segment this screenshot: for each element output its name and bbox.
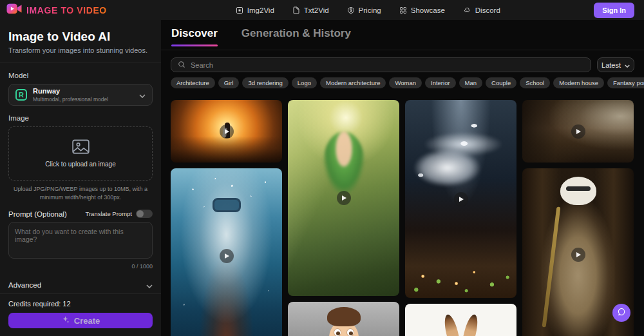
- video-gallery: [161, 92, 644, 336]
- tag-chip[interactable]: Couple: [486, 77, 516, 88]
- nav-label: Txt2Vid: [304, 6, 329, 14]
- tag-chip[interactable]: School: [520, 77, 550, 88]
- search-box[interactable]: [171, 57, 591, 72]
- tag-chip[interactable]: Fantasy portrait: [607, 77, 644, 88]
- nav-links: Img2Vid Txt2Vid Pricing Showcase Discord: [236, 6, 500, 14]
- app-logo[interactable]: IMAGE TO VIDEO: [6, 3, 107, 17]
- gallery-column-3: [405, 100, 516, 336]
- text-to-video-icon: [292, 6, 300, 14]
- upload-text: Click to upload an image: [45, 161, 116, 168]
- content-tabs: Discover Generation & History: [161, 20, 644, 50]
- tag-chip[interactable]: Man: [459, 77, 482, 88]
- page-subtitle: Transform your images into stunning vide…: [8, 46, 153, 54]
- model-name: Runway: [33, 87, 108, 96]
- toggle-knob: [137, 210, 144, 217]
- play-icon: [571, 124, 585, 139]
- divider: [0, 63, 161, 63]
- tag-chip[interactable]: Woman: [389, 77, 422, 88]
- video-thumbnail-white-eagle[interactable]: [405, 100, 516, 298]
- tag-filter-row: Architecture Girl 3d rendering Logo Mode…: [161, 77, 644, 92]
- main-content: Discover Generation & History Latest Arc…: [161, 20, 644, 336]
- search-input[interactable]: [191, 61, 584, 69]
- char-counter: 0 / 1000: [8, 263, 153, 270]
- image-placeholder-icon: [72, 139, 90, 157]
- chat-support-button[interactable]: [612, 304, 630, 322]
- prompt-label: Prompt (Optional): [8, 210, 67, 218]
- model-label: Model: [8, 72, 153, 79]
- translate-prompt-toggle[interactable]: [136, 210, 153, 218]
- video-thumbnail-desert-sunset[interactable]: [171, 100, 282, 163]
- nav-label: Img2Vid: [247, 6, 274, 14]
- sign-in-button[interactable]: Sign In: [594, 3, 634, 18]
- chat-bubble-icon: [617, 308, 626, 319]
- discord-icon: [463, 6, 471, 14]
- video-thumbnail-scuba-cat[interactable]: [171, 168, 282, 336]
- sort-selected-value: Latest: [601, 61, 621, 69]
- logo-text: IMAGE TO VIDEO: [26, 5, 107, 15]
- runway-logo-icon: R: [15, 89, 27, 101]
- video-thumbnail-cartoon-boy[interactable]: [288, 302, 399, 336]
- candles-apples-shapes: [405, 246, 516, 298]
- tag-chip[interactable]: Logo: [292, 77, 317, 88]
- rabbit-ear-shape: [460, 313, 480, 336]
- tag-chip[interactable]: Architecture: [171, 77, 215, 88]
- elf-face-shape: [323, 132, 365, 193]
- nav-item-txt2vid[interactable]: Txt2Vid: [292, 6, 329, 14]
- tag-chip[interactable]: 3d rendering: [242, 77, 288, 88]
- create-button[interactable]: Create: [8, 313, 153, 328]
- cartoon-hair-shape: [327, 307, 361, 326]
- top-navbar: IMAGE TO VIDEO Img2Vid Txt2Vid Pricing S…: [0, 0, 644, 20]
- tag-chip[interactable]: Modern architecture: [320, 77, 386, 88]
- advanced-label: Advanced: [8, 281, 41, 289]
- nav-label: Showcase: [411, 6, 445, 14]
- nav-item-img2vid[interactable]: Img2Vid: [236, 6, 274, 14]
- video-thumbnail-rabbit[interactable]: [405, 304, 516, 336]
- create-button-label: Create: [74, 316, 100, 326]
- advanced-section-toggle[interactable]: Advanced: [8, 279, 153, 291]
- translate-prompt-label: Translate Prompt: [85, 210, 132, 217]
- generation-sidebar: Image to Video AI Transform your images …: [0, 20, 161, 336]
- dollar-circle-icon: [347, 6, 355, 14]
- nav-item-showcase[interactable]: Showcase: [399, 6, 445, 14]
- model-select[interactable]: R Runway Multimodal, professional model: [8, 84, 153, 106]
- video-thumbnail-elf-girl[interactable]: [288, 100, 399, 296]
- image-label: Image: [8, 114, 153, 122]
- gallery-column-2: [288, 100, 399, 336]
- cartoon-eye-shape: [346, 328, 354, 336]
- credits-required-text: Credits required: 12: [8, 300, 153, 308]
- nav-item-pricing[interactable]: Pricing: [347, 6, 381, 14]
- cartoon-eye-shape: [334, 328, 341, 336]
- chevron-down-icon: [139, 89, 146, 101]
- upload-hint: Upload JPG/PNG/WEBP images up to 10MB, w…: [14, 185, 147, 201]
- grid-icon: [399, 6, 407, 14]
- gallery-column-4: [522, 100, 634, 336]
- play-icon: [337, 191, 351, 205]
- video-camera-logo-icon: [6, 3, 22, 17]
- nav-label: Pricing: [359, 6, 381, 14]
- play-icon: [220, 249, 234, 263]
- tag-chip[interactable]: Modern house: [553, 77, 604, 88]
- play-icon: [220, 124, 234, 139]
- sort-dropdown[interactable]: Latest: [597, 57, 634, 72]
- image-upload-dropzone[interactable]: Click to upload an image: [8, 126, 153, 181]
- model-description: Multimodal, professional model: [33, 96, 108, 103]
- dive-mask-shape: [213, 198, 241, 212]
- prompt-textarea[interactable]: [8, 222, 153, 259]
- sparkles-icon: [61, 315, 70, 326]
- sidebar-footer: Credits required: 12 Create: [0, 293, 161, 336]
- tag-chip[interactable]: Girl: [218, 77, 240, 88]
- nav-item-discord[interactable]: Discord: [463, 6, 500, 14]
- chevron-down-icon: [625, 61, 630, 69]
- tab-generation-history[interactable]: Generation & History: [242, 27, 351, 50]
- rabbit-ear-shape: [442, 313, 462, 336]
- gold-trim-shape: [542, 206, 560, 327]
- video-thumbnail-old-classroom[interactable]: [522, 100, 634, 163]
- tag-chip[interactable]: Interior: [425, 77, 456, 88]
- gallery-column-1: [171, 100, 282, 336]
- search-icon: [178, 59, 185, 71]
- play-icon: [454, 192, 468, 206]
- page-title: Image to Video AI: [8, 30, 153, 44]
- image-to-video-icon: [236, 6, 243, 14]
- nav-label: Discord: [475, 6, 500, 14]
- tab-discover[interactable]: Discover: [171, 27, 218, 50]
